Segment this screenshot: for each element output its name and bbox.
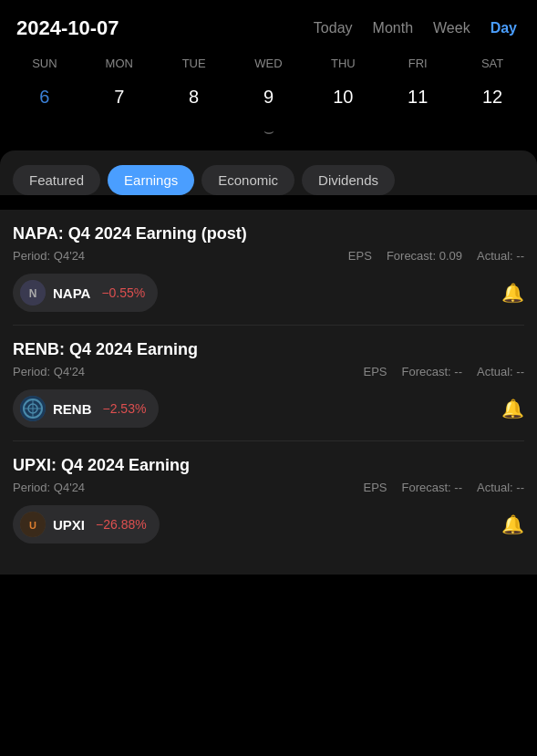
earnings-list: NAPA: Q4 2024 Earning (post) Period: Q4'… — [0, 210, 537, 575]
cal-date-10[interactable]: 10 — [305, 81, 380, 113]
napa-bell-icon[interactable]: 🔔 — [501, 282, 524, 304]
upxi-forecast: Forecast: -- — [402, 481, 462, 494]
cal-date-12[interactable]: 12 — [455, 81, 530, 113]
calendar-week: SUN MON TUE WED THU FRI SAT 6 7 8 9 10 1… — [0, 49, 537, 113]
category-tabs: Featured Earnings Economic Dividends — [13, 165, 524, 195]
upxi-change: −26.88% — [96, 517, 147, 532]
calendar-day-headers: SUN MON TUE WED THU FRI SAT — [7, 53, 530, 74]
renb-ticker-row: RENB −2.53% 🔔 — [13, 389, 524, 428]
renb-bell-icon[interactable]: 🔔 — [501, 398, 524, 419]
earning-title-renb: RENB: Q4 2024 Earning — [13, 340, 524, 359]
month-button[interactable]: Month — [369, 18, 417, 38]
earning-item-renb: RENB: Q4 2024 Earning Period: Q4'24 EPS … — [13, 326, 524, 441]
day-header-fri: FRI — [380, 53, 455, 74]
cal-date-11[interactable]: 11 — [380, 81, 455, 113]
day-header-sun: SUN — [7, 53, 82, 74]
week-button[interactable]: Week — [429, 18, 474, 38]
day-header-thu: THU — [305, 53, 380, 74]
svg-text:U: U — [29, 520, 36, 531]
earning-meta-renb: Period: Q4'24 EPS Forecast: -- Actual: -… — [13, 365, 524, 378]
upxi-bell-icon[interactable]: 🔔 — [501, 513, 524, 535]
tab-featured[interactable]: Featured — [13, 165, 100, 195]
day-button[interactable]: Day — [487, 18, 521, 38]
tab-dividends[interactable]: Dividends — [302, 165, 395, 195]
earning-title-upxi: UPXI: Q4 2024 Earning — [13, 456, 524, 475]
day-header-mon: MON — [82, 53, 157, 74]
today-button[interactable]: Today — [310, 18, 356, 38]
napa-ticker-row: N NAPA −0.55% 🔔 — [13, 274, 524, 312]
earning-meta-napa: Period: Q4'24 EPS Forecast: 0.09 Actual:… — [13, 249, 524, 263]
napa-change: −0.55% — [101, 285, 145, 300]
current-date: 2024-10-07 — [16, 16, 119, 40]
upxi-ticker-pill[interactable]: U UPXI −26.88% — [13, 505, 160, 544]
cal-date-6[interactable]: 6 — [7, 81, 82, 113]
upxi-period: Period: Q4'24 — [13, 481, 85, 494]
renb-symbol: RENB — [53, 401, 92, 417]
napa-period: Period: Q4'24 — [13, 249, 85, 263]
header: 2024-10-07 Today Month Week Day — [0, 0, 537, 49]
day-header-sat: SAT — [455, 53, 530, 74]
tab-economic[interactable]: Economic — [201, 165, 294, 195]
napa-symbol: NAPA — [53, 285, 90, 301]
calendar-dates-row: 6 7 8 9 10 11 12 — [7, 81, 530, 113]
upxi-logo: U — [20, 512, 46, 537]
earning-title-napa: NAPA: Q4 2024 Earning (post) — [13, 224, 524, 243]
napa-eps: EPS — [348, 249, 372, 263]
tab-earnings[interactable]: Earnings — [108, 165, 194, 195]
period-nav: Today Month Week Day — [310, 18, 521, 38]
napa-logo-svg: N — [20, 280, 46, 306]
upxi-eps: EPS — [364, 481, 387, 494]
renb-ticker-pill[interactable]: RENB −2.53% — [13, 389, 159, 428]
cal-date-9[interactable]: 9 — [232, 81, 306, 113]
renb-change: −2.53% — [103, 401, 147, 416]
renb-logo-svg — [20, 396, 46, 421]
napa-actual: Actual: -- — [477, 249, 524, 263]
napa-logo: N — [20, 280, 46, 306]
collapse-row[interactable]: ⌣ — [0, 119, 537, 150]
cal-date-7[interactable]: 7 — [82, 81, 157, 113]
cal-date-8[interactable]: 8 — [157, 81, 232, 113]
upxi-ticker-row: U UPXI −26.88% 🔔 — [13, 505, 524, 544]
renb-forecast: Forecast: -- — [402, 365, 462, 378]
napa-forecast: Forecast: 0.09 — [387, 249, 462, 263]
renb-eps: EPS — [364, 365, 387, 378]
renb-period: Period: Q4'24 — [13, 365, 85, 378]
day-header-wed: WED — [232, 53, 306, 74]
upxi-symbol: UPXI — [53, 517, 85, 533]
day-header-tue: TUE — [157, 53, 232, 74]
upxi-actual: Actual: -- — [477, 481, 524, 494]
svg-text:N: N — [29, 287, 37, 300]
upxi-logo-svg: U — [20, 512, 46, 537]
earning-meta-upxi: Period: Q4'24 EPS Forecast: -- Actual: -… — [13, 481, 524, 494]
content-section: Featured Earnings Economic Dividends — [0, 150, 537, 195]
renb-logo — [20, 396, 46, 421]
renb-actual: Actual: -- — [477, 365, 524, 378]
napa-ticker-pill[interactable]: N NAPA −0.55% — [13, 274, 158, 312]
chevron-down-icon: ⌣ — [263, 122, 274, 141]
earning-item-upxi: UPXI: Q4 2024 Earning Period: Q4'24 EPS … — [13, 441, 524, 556]
earning-item-napa: NAPA: Q4 2024 Earning (post) Period: Q4'… — [13, 210, 524, 326]
